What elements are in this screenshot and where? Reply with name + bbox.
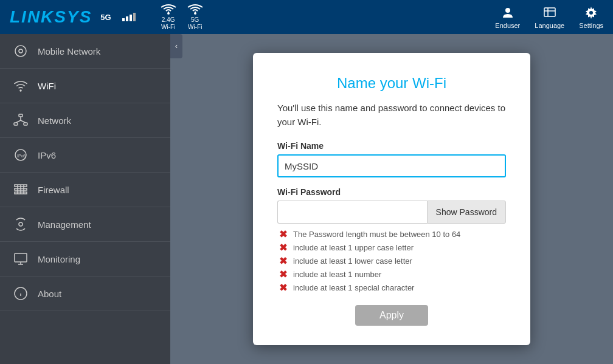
bar-2 <box>126 16 128 21</box>
validation-error-icon-special: ✖ <box>277 282 288 293</box>
sidebar-item-monitoring[interactable]: Monitoring <box>0 242 170 276</box>
validation-text-uppercase: include at least 1 upper case letter <box>293 243 414 252</box>
svg-point-0 <box>167 12 170 15</box>
language-icon <box>542 5 557 20</box>
main-content: Name your Wi-Fi You'll use this name and… <box>170 34 613 364</box>
svg-rect-3 <box>544 8 555 16</box>
enduser-label: Enduser <box>495 22 520 29</box>
sidebar-label-wifi: WiFi <box>38 81 56 91</box>
sidebar-label-firewall: Firewall <box>38 185 69 195</box>
logo-area: LINKSYS 5G <box>10 7 136 27</box>
wifi-password-label: Wi-Fi Password <box>277 187 506 197</box>
logo-text: LINKSYS <box>10 7 92 27</box>
language-label: Language <box>535 22 564 29</box>
header: LINKSYS 5G 2.4GWi-Fi <box>0 0 613 34</box>
svg-text:IPv6: IPv6 <box>17 154 26 158</box>
validation-item-special: ✖ include at least 1 special character <box>277 282 506 293</box>
sidebar-label-about: About <box>38 289 61 299</box>
validation-text-number: include at least 1 number <box>293 270 381 279</box>
validation-item-number: ✖ include at least 1 number <box>277 269 506 280</box>
show-password-button[interactable]: Show Password <box>427 201 506 224</box>
sidebar-item-mobile-network[interactable]: Mobile Network <box>0 34 170 69</box>
wifi-5g-label: 5GWi-Fi <box>188 16 202 31</box>
svg-rect-11 <box>19 114 23 117</box>
band-5g-label: 5G <box>100 13 111 22</box>
header-nav: Enduser Language Settings <box>495 5 603 29</box>
bar-3 <box>130 15 132 21</box>
sidebar-item-ipv6[interactable]: IPv6 IPv6 <box>0 138 170 173</box>
wifi-icon-group: 2.4GWi-Fi 5GWi-Fi <box>160 3 204 31</box>
sidebar-label-network: Network <box>38 115 71 126</box>
modal-overlay: Name your Wi-Fi You'll use this name and… <box>170 34 613 364</box>
modal-title: Name your Wi-Fi <box>277 75 506 92</box>
sidebar-collapse-button[interactable]: ‹ <box>170 34 182 58</box>
svg-line-16 <box>21 120 26 123</box>
firewall-icon <box>12 181 29 198</box>
validation-error-icon-number: ✖ <box>277 269 288 280</box>
mobile-network-icon <box>12 43 29 60</box>
wifi-name-label: Wi-Fi Name <box>277 141 506 151</box>
svg-rect-13 <box>24 123 27 125</box>
wifi-24g-item: 2.4GWi-Fi <box>160 3 177 31</box>
modal-description: You'll use this name and password to con… <box>277 101 506 129</box>
wifi-5g-icon <box>187 3 204 15</box>
sidebar-item-firewall[interactable]: Firewall <box>0 173 170 207</box>
sidebar-label-ipv6: IPv6 <box>38 150 56 160</box>
settings-icon <box>584 5 598 20</box>
collapse-icon: ‹ <box>175 42 178 50</box>
language-nav-item[interactable]: Language <box>535 5 564 29</box>
wifi-5g-item: 5GWi-Fi <box>187 3 204 31</box>
validation-error-icon-length: ✖ <box>277 228 288 239</box>
name-wifi-modal: Name your Wi-Fi You'll use this name and… <box>253 53 530 345</box>
svg-point-1 <box>194 12 196 15</box>
settings-nav-item[interactable]: Settings <box>579 5 603 29</box>
ipv6-icon: IPv6 <box>12 146 29 163</box>
sidebar-label-management: Management <box>38 219 91 230</box>
validation-item-length: ✖ The Password length must be between 10… <box>277 228 506 239</box>
svg-line-15 <box>16 120 21 123</box>
svg-rect-12 <box>14 123 18 125</box>
sidebar-label-monitoring: Monitoring <box>38 254 80 264</box>
about-icon <box>12 285 29 302</box>
wifi-24g-label: 2.4GWi-Fi <box>161 16 175 31</box>
sidebar-label-mobile-network: Mobile Network <box>38 46 100 57</box>
sidebar-item-management[interactable]: Management <box>0 207 170 242</box>
wifi-sidebar-icon <box>12 77 29 94</box>
bar-4 <box>133 13 136 21</box>
wifi-password-input[interactable] <box>277 201 427 224</box>
monitoring-icon <box>12 250 29 267</box>
svg-point-10 <box>20 90 21 91</box>
wifi-name-input[interactable] <box>277 154 506 177</box>
validation-text-lowercase: include at least 1 lower case letter <box>293 256 412 266</box>
settings-label: Settings <box>579 22 603 29</box>
validation-error-icon-lowercase: ✖ <box>277 255 288 266</box>
svg-point-7 <box>589 11 593 15</box>
enduser-nav-item[interactable]: Enduser <box>495 5 520 29</box>
network-icon <box>12 112 29 129</box>
validation-list: ✖ The Password length must be between 10… <box>277 228 506 293</box>
management-icon <box>12 216 29 233</box>
validation-error-icon-uppercase: ✖ <box>277 242 288 253</box>
sidebar-item-about[interactable]: About <box>0 276 170 311</box>
bar-1 <box>122 18 125 21</box>
svg-point-2 <box>505 8 510 13</box>
validation-item-lowercase: ✖ include at least 1 lower case letter <box>277 255 506 266</box>
wifi-24g-icon <box>160 3 177 15</box>
validation-text-length: The Password length must be between 10 t… <box>293 230 460 239</box>
svg-point-9 <box>19 49 23 53</box>
password-row: Show Password <box>277 201 506 224</box>
svg-rect-26 <box>15 253 27 262</box>
signal-bars <box>122 13 136 21</box>
validation-item-uppercase: ✖ include at least 1 upper case letter <box>277 242 506 253</box>
apply-button[interactable]: Apply <box>355 305 428 326</box>
sidebar: Mobile Network WiFi Network <box>0 34 170 364</box>
svg-point-25 <box>19 222 23 226</box>
validation-text-special: include at least 1 special character <box>293 283 414 292</box>
enduser-icon <box>500 5 515 20</box>
sidebar-item-wifi[interactable]: WiFi <box>0 69 170 103</box>
svg-point-8 <box>15 46 26 57</box>
sidebar-item-network[interactable]: Network <box>0 103 170 138</box>
